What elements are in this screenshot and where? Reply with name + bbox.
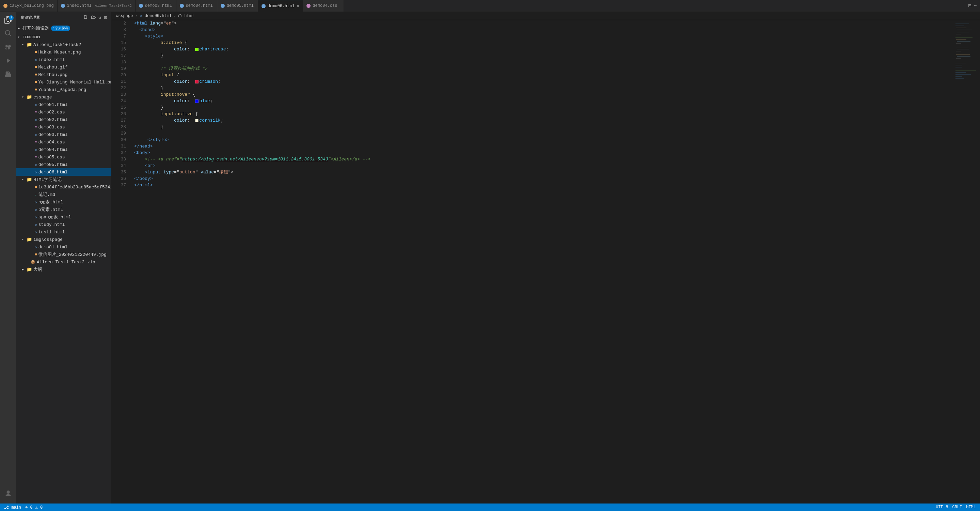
folder-icon: 📁 xyxy=(27,267,32,272)
file-demo04-css[interactable]: # demo04.css xyxy=(16,138,111,146)
file-notes-md[interactable]: ↓ 笔记.md xyxy=(16,191,111,198)
svg-rect-9 xyxy=(957,41,970,42)
file-name: p元素.html xyxy=(38,207,63,213)
file-h-element[interactable]: ◇ h元素.html xyxy=(16,198,111,206)
code-line-16: color: chartreuse; xyxy=(134,46,953,53)
html-file-icon: ◇ xyxy=(35,118,37,122)
files-activity-icon[interactable]: 1 xyxy=(2,14,14,27)
html-file-icon: ◇ xyxy=(35,230,37,234)
file-ye-jianying[interactable]: ■ Ye_Jianying_Memorial_Hall.png xyxy=(16,78,111,86)
code-line-20: input { xyxy=(134,72,953,78)
line-ending[interactable]: CRLF xyxy=(952,505,962,509)
error-count[interactable]: ⊗ 0 xyxy=(25,505,33,510)
breadcrumb-html-tag[interactable]: html xyxy=(184,14,194,18)
split-editor-icon[interactable]: ⊟ xyxy=(968,2,972,9)
new-file-icon[interactable]: 🗋 xyxy=(83,14,88,21)
tab-demo03-html[interactable]: demo03.html xyxy=(135,0,177,11)
file-span-element[interactable]: ◇ span元素.html xyxy=(16,213,111,221)
code-editor[interactable]: <html lang="en"> <head> <style> a:active… xyxy=(129,20,953,503)
folder-csspage[interactable]: ▾ 📁 csspage xyxy=(16,93,111,101)
breadcrumb-html-icon: ◇ xyxy=(140,13,142,18)
file-name: demo01.html xyxy=(38,245,68,250)
breadcrumb-csspage[interactable]: csspage xyxy=(116,14,133,18)
file-demo05-css[interactable]: # demo05.css xyxy=(16,153,111,161)
file-p-element[interactable]: ◇ p元素.html xyxy=(16,206,111,213)
git-branch[interactable]: ⎇ main xyxy=(4,505,21,510)
file-yuankui[interactable]: ■ Yuankui_Pagoda.png xyxy=(16,86,111,93)
tab-index-html[interactable]: index.html Aileen_Task1+Task2 xyxy=(57,0,135,11)
file-demo02-css[interactable]: # demo02.css xyxy=(16,108,111,116)
folder-html-notes[interactable]: ▾ 📁 HTML学习笔记 xyxy=(16,176,111,183)
language-mode[interactable]: HTML xyxy=(966,505,976,509)
open-editors-arrow: ▶ xyxy=(18,26,22,30)
svg-rect-14 xyxy=(956,54,970,55)
file-demo04-html[interactable]: ◇ demo04.html xyxy=(16,146,111,153)
css-file-icon: # xyxy=(35,155,37,159)
extensions-icon xyxy=(5,70,12,80)
file-demo05-html[interactable]: ◇ demo05.html xyxy=(16,161,111,168)
file-img-demo01[interactable]: ◇ demo01.html xyxy=(16,243,111,251)
breadcrumb-demo06[interactable]: demo06.html xyxy=(145,14,172,18)
file-hakka[interactable]: ■ Hakka_Museum.png xyxy=(16,48,111,56)
account-activity-icon[interactable] xyxy=(2,489,14,501)
warning-count[interactable]: ⚠ 0 xyxy=(35,505,43,510)
encoding[interactable]: UTF-8 xyxy=(936,505,948,509)
file-meizhou-gif[interactable]: ■ Meizhou.gif xyxy=(16,64,111,71)
file-name: demo06.html xyxy=(38,170,68,175)
code-line-7: <style> xyxy=(134,33,953,40)
file-index[interactable]: ◇ index.html xyxy=(16,56,111,64)
folder-icon: 📁 xyxy=(27,42,32,47)
refresh-icon[interactable]: ↺ xyxy=(99,14,102,21)
file-study[interactable]: ◇ study.html xyxy=(16,221,111,228)
collapse-icon[interactable]: ⊟ xyxy=(104,14,107,21)
tab-demo05-html[interactable]: demo05.html xyxy=(217,0,258,11)
file-wechat-img[interactable]: ■ 微信图片_20240212220449.jpg xyxy=(16,251,111,258)
file-test1[interactable]: ◇ test1.html xyxy=(16,228,111,236)
tab-close-button[interactable]: ✕ xyxy=(297,4,299,8)
tab-calyx-building[interactable]: calyx_building.png xyxy=(0,0,57,11)
folder-outline[interactable]: ▶ 📁 大纲 xyxy=(16,266,111,273)
tab-demo06-html[interactable]: demo06.html ✕ xyxy=(258,0,304,11)
code-line-24: color: blue; xyxy=(134,98,953,104)
file-name: demo04.css xyxy=(38,140,65,145)
folder-icon: 📁 xyxy=(27,94,32,100)
md-file-icon: ↓ xyxy=(35,193,37,197)
tab-demo04-html[interactable]: demo04.html xyxy=(177,0,217,11)
file-meizhou-png[interactable]: ■ Meizhou.png xyxy=(16,71,111,78)
new-folder-icon[interactable]: 🗁 xyxy=(91,14,96,21)
folder-arrow: ▶ xyxy=(22,267,27,272)
html-file-icon: ◇ xyxy=(35,162,37,167)
file-demo03-html[interactable]: ◇ demo03.html xyxy=(16,131,111,138)
tab-demo04-css[interactable]: demo04.css xyxy=(303,0,344,11)
extensions-activity-icon[interactable] xyxy=(2,69,14,81)
open-editors-header[interactable]: ▶ 打开的编辑器 1个未保存 xyxy=(16,24,111,32)
file-1c3d84[interactable]: ■ 1c3d84ffcd6bb29ae85ac5ef534126... xyxy=(16,183,111,191)
color-swatch-blue xyxy=(195,99,199,103)
svg-rect-13 xyxy=(956,51,961,51)
folder-img-csspage[interactable]: ▾ 📁 img\csspage xyxy=(16,236,111,243)
file-name: demo03.html xyxy=(38,132,68,137)
svg-rect-23 xyxy=(956,76,962,77)
tab-label: index.html xyxy=(67,3,92,8)
file-demo01-html[interactable]: ◇ demo01.html xyxy=(16,101,111,108)
breadcrumb: csspage › ◇ demo06.html › ⬡ html xyxy=(112,12,980,20)
tab-icon-css xyxy=(307,4,310,8)
source-control-icon xyxy=(5,43,12,53)
file-name: Ye_Jianying_Memorial_Hall.png xyxy=(38,80,111,85)
code-line-28: } xyxy=(134,124,953,130)
source-control-activity-icon[interactable] xyxy=(2,42,14,54)
minimap xyxy=(953,20,980,503)
svg-rect-5 xyxy=(957,32,969,32)
file-aileen-zip[interactable]: 📦 Aileen_Task1+Task2.zip xyxy=(16,258,111,266)
run-activity-icon[interactable] xyxy=(2,56,14,68)
tab-icon-html xyxy=(61,4,65,8)
file-demo02-html[interactable]: ◇ demo02.html xyxy=(16,116,111,123)
folder-aileen[interactable]: ▾ 📁 Aileen_Task1+Task2 xyxy=(16,41,111,48)
file-demo06-html[interactable]: ◇ demo06.html xyxy=(16,168,111,176)
search-activity-icon[interactable] xyxy=(2,28,14,41)
more-actions-icon[interactable]: ⋯ xyxy=(974,2,977,9)
root-folder[interactable]: ▾ FECODE01 xyxy=(16,33,111,41)
file-demo03-css[interactable]: # demo03.css xyxy=(16,123,111,131)
code-line-31: </head> xyxy=(134,143,953,150)
code-line-27: color: cornsilk; xyxy=(134,117,953,124)
